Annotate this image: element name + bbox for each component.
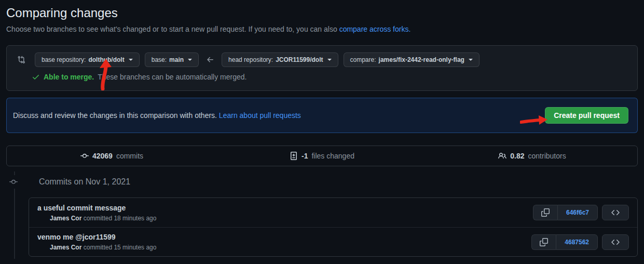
- git-compare-icon: [17, 56, 25, 64]
- commit-actions: 4687562: [531, 234, 629, 250]
- page-title: Comparing changes: [6, 0, 638, 21]
- pull-request-banner: Discuss and review the changes in this c…: [6, 98, 638, 133]
- code-icon: [611, 208, 620, 217]
- create-pull-request-button[interactable]: Create pull request: [545, 107, 628, 124]
- base-branch-select[interactable]: base: main: [145, 52, 199, 67]
- file-diff-icon: [290, 152, 298, 160]
- files-changed-label: files changed: [311, 152, 354, 160]
- browse-code-button[interactable]: [602, 205, 629, 220]
- browse-code-button[interactable]: [602, 234, 629, 250]
- base-repository-select[interactable]: base repository: dolthub/dolt: [35, 52, 140, 67]
- contributors-label: contributors: [528, 152, 566, 160]
- commit-author-link[interactable]: James Cor: [50, 244, 81, 251]
- page-subtitle: Choose two branches to see what's change…: [6, 24, 638, 34]
- people-icon: [498, 152, 506, 160]
- compare-branch-label: compare:: [350, 56, 376, 63]
- compare-page: Comparing changes Choose two branches to…: [0, 0, 644, 264]
- commit-row: venmo me @jcor11599 James Cor committed …: [29, 227, 637, 256]
- caret-down-icon: [327, 59, 332, 61]
- stat-commits[interactable]: 42069 commits: [7, 146, 217, 166]
- contributors-count: 0.82: [510, 152, 524, 160]
- commit-meta-text: committed 15 minutes ago: [84, 244, 157, 251]
- commits-label: commits: [116, 152, 143, 160]
- copy-sha-button[interactable]: [531, 234, 556, 250]
- learn-about-pull-requests-link[interactable]: Learn about pull requests: [219, 111, 301, 120]
- head-repository-label: head repository:: [228, 56, 273, 63]
- commits-count: 42069: [92, 152, 113, 160]
- copy-icon: [540, 238, 548, 246]
- banner-text-main: Discuss and review the changes in this c…: [13, 111, 217, 120]
- subtitle-text: Choose two branches to see what's change…: [6, 25, 337, 33]
- merge-status-row: Able to merge. These branches can be aut…: [32, 73, 629, 81]
- git-commit-icon: [80, 152, 89, 160]
- code-icon: [611, 238, 620, 246]
- compare-branch-value: james/fix-2442-read-only-flag: [379, 56, 464, 63]
- commit-sha-link[interactable]: 4687562: [556, 234, 598, 250]
- banner-text: Discuss and review the changes in this c…: [13, 111, 301, 120]
- commit-author-link[interactable]: James Cor: [50, 215, 81, 222]
- copy-icon: [541, 208, 550, 217]
- sha-button-group: 646f6c7: [533, 205, 598, 220]
- compare-branch-select[interactable]: compare: james/fix-2442-read-only-flag: [344, 52, 479, 67]
- stat-contributors[interactable]: 0.82 contributors: [427, 146, 637, 166]
- commit-list: a useful commit message James Cor commit…: [29, 197, 638, 257]
- git-commit-icon: [8, 175, 19, 189]
- base-branch-label: base:: [152, 56, 167, 63]
- branch-selector-box: base repository: dolthub/dolt base: main…: [6, 45, 638, 91]
- check-icon: [32, 73, 40, 81]
- commit-row: a useful commit message James Cor commit…: [29, 198, 637, 227]
- stat-files-changed[interactable]: -1 files changed: [217, 146, 427, 166]
- commit-meta: James Cor committed 18 minutes ago: [50, 215, 156, 222]
- base-repository-label: base repository:: [42, 56, 86, 63]
- commit-message-link[interactable]: venmo me @jcor11599: [37, 232, 156, 242]
- head-repository-value: JCOR11599/dolt: [276, 56, 323, 63]
- commit-actions: 646f6c7: [533, 205, 629, 220]
- sha-button-group: 4687562: [531, 234, 598, 250]
- copy-sha-button[interactable]: [533, 205, 557, 220]
- commit-meta: James Cor committed 15 minutes ago: [50, 244, 156, 252]
- head-repository-select[interactable]: head repository: JCOR11599/dolt: [222, 52, 338, 67]
- commits-timeline: Commits on Nov 1, 2021 a useful commit m…: [6, 177, 638, 257]
- merge-status-strong: Able to merge.: [44, 73, 94, 81]
- commits-date-text: Commits on Nov 1, 2021: [39, 177, 130, 187]
- base-branch-value: main: [169, 56, 184, 63]
- red-arrow-annotation-create-pr: [520, 114, 548, 126]
- commits-date-header: Commits on Nov 1, 2021: [6, 177, 638, 187]
- caret-down-icon: [129, 59, 133, 61]
- commit-main: a useful commit message James Cor commit…: [37, 203, 156, 222]
- branch-selector-row: base repository: dolthub/dolt base: main…: [15, 52, 629, 67]
- arrow-left-icon: [206, 56, 214, 64]
- diff-stats-bar: 42069 commits -1 files changed 0.82 cont…: [6, 146, 638, 166]
- commit-meta-text: committed 18 minutes ago: [84, 215, 157, 222]
- compare-across-forks-link[interactable]: compare across forks.: [339, 25, 411, 33]
- commit-main: venmo me @jcor11599 James Cor committed …: [37, 232, 156, 252]
- base-repository-value: dolthub/dolt: [88, 56, 124, 63]
- commit-message-link[interactable]: a useful commit message: [37, 203, 156, 213]
- caret-down-icon: [469, 59, 473, 61]
- files-changed-count: -1: [302, 152, 308, 160]
- commit-sha-link[interactable]: 646f6c7: [557, 205, 598, 220]
- caret-down-icon: [188, 59, 192, 61]
- merge-status-text: These branches can be automatically merg…: [98, 73, 246, 81]
